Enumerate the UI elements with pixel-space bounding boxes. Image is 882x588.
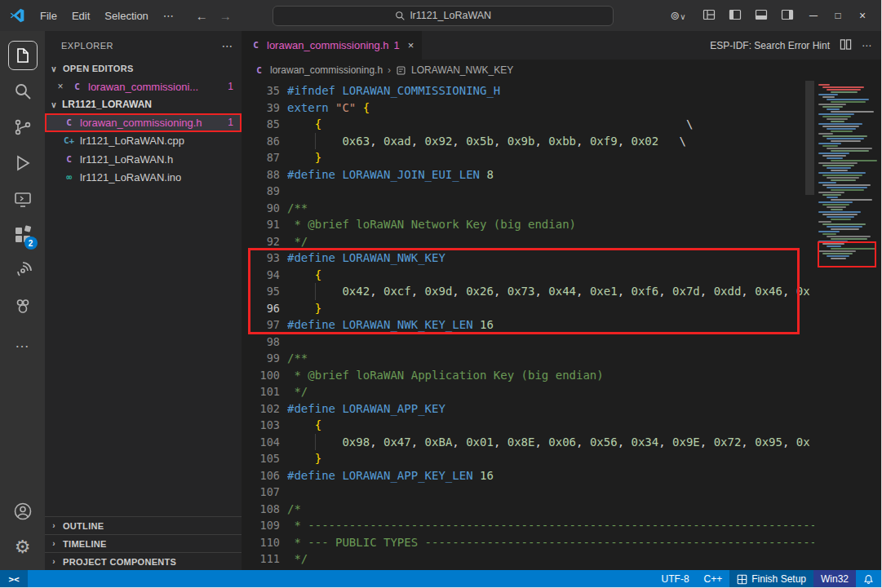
line-number: 95	[242, 283, 287, 300]
file-tree-item[interactable]: C+ lr1121_LoRaWAN.cpp	[45, 132, 242, 151]
more-actions-icon[interactable]: …	[5, 325, 41, 360]
code-line[interactable]: 35 #ifndef LORAWAN_COMMISSIONING_H	[242, 82, 881, 99]
section-outline[interactable]: ›OUTLINE	[45, 516, 242, 534]
notifications-bell-icon[interactable]	[856, 570, 881, 588]
esp-idf-icon[interactable]	[5, 253, 41, 289]
run-debug-icon[interactable]	[5, 145, 41, 181]
code-line[interactable]: 100 * @brief loRaWAN Application Key (bi…	[242, 367, 881, 384]
open-editors-header[interactable]: ∨ OPEN EDITORS	[45, 60, 242, 77]
code-line[interactable]: 95 0x42, 0xcf, 0x9d, 0x26, 0x73, 0x44, 0…	[242, 283, 881, 300]
code-line[interactable]: 104 0x98, 0x47, 0xBA, 0x01, 0x8E, 0x06, …	[242, 434, 881, 451]
workspace-folder-header[interactable]: ∨ LR1121_LORAWAN	[45, 95, 242, 113]
code-line[interactable]: 98	[242, 334, 881, 351]
line-content: * --- PUBLIC TYPES ---------------------…	[287, 534, 881, 551]
minimap[interactable]	[814, 81, 881, 570]
encoding-indicator[interactable]: UTF-8	[654, 570, 697, 588]
code-line[interactable]: 96 }	[242, 300, 881, 317]
editor-more-icon[interactable]: ⋯	[862, 40, 871, 51]
line-number: 107	[242, 484, 287, 501]
c-header-file-icon: C	[63, 154, 75, 165]
code-line[interactable]: 111 */	[242, 550, 881, 568]
line-content: */	[287, 383, 881, 400]
code-line[interactable]: 87 }	[242, 149, 881, 166]
code-line[interactable]: 88 #define LORAWAN_JOIN_EUI_LEN 8	[242, 166, 881, 183]
remote-indicator[interactable]: ><	[0, 570, 28, 588]
tab-lorawan-commissioning[interactable]: C lorawan_commissioning.h 1 ×	[242, 31, 423, 60]
extensions-icon[interactable]: 2	[5, 217, 41, 253]
code-line[interactable]: 39 extern "C" {	[242, 99, 881, 117]
code-line[interactable]: 89	[242, 183, 881, 200]
code-line[interactable]: 109 * ----------------------------------…	[242, 517, 881, 534]
language-indicator[interactable]: C++	[697, 570, 730, 588]
line-number: 35	[242, 82, 287, 99]
file-tree-item[interactable]: C lr1121_LoRaWAN.h	[45, 150, 242, 169]
split-editor-icon[interactable]	[840, 38, 852, 53]
toggle-panel-grid-icon[interactable]	[700, 8, 718, 24]
code-line[interactable]: 92 */	[242, 233, 881, 250]
code-line[interactable]: 86 0x63, 0xad, 0x92, 0x5b, 0x9b, 0xbb, 0…	[242, 133, 881, 150]
file-tree-item[interactable]: C lorawan_commissioning.h 1	[45, 113, 242, 132]
raspberry-pi-icon[interactable]	[5, 289, 41, 325]
explorer-icon[interactable]	[5, 38, 41, 73]
open-editor-item[interactable]: × C lorawan_commissioni... 1	[45, 77, 242, 95]
section-timeline[interactable]: ›TIMELINE	[45, 534, 242, 552]
breadcrumb-file[interactable]: lorawan_commissioning.h	[270, 64, 383, 76]
code-line[interactable]: 90 /**	[242, 200, 881, 217]
code-line[interactable]: 85 { \	[242, 116, 881, 133]
line-content: {	[287, 417, 881, 434]
code-line[interactable]: 103 {	[242, 417, 881, 434]
settings-gear-icon[interactable]: ⚙	[5, 529, 41, 565]
line-content: 0x63, 0xad, 0x92, 0x5b, 0x9b, 0xbb, 0xf9…	[287, 133, 881, 150]
toggle-bottom-panel-icon[interactable]	[752, 8, 770, 24]
code-line[interactable]: 101 */	[242, 383, 881, 400]
explorer-more-icon[interactable]: ⋯	[222, 39, 234, 52]
line-content: #define LORAWAN_APP_KEY	[287, 400, 881, 418]
code-line[interactable]: 99 /**	[242, 350, 881, 367]
breadcrumb-symbol[interactable]: LORAWAN_NWK_KEY	[411, 64, 513, 76]
file-tree-item[interactable]: ∞ lr1121_LoRaWAN.ino	[45, 169, 242, 188]
account-icon[interactable]	[5, 493, 41, 529]
line-number: 108	[242, 501, 287, 518]
menu-edit[interactable]: Edit	[64, 7, 97, 25]
scrollbar-thumb[interactable]	[805, 81, 814, 195]
code-line[interactable]: 91 * @brief loRaWAN Network Key (big end…	[242, 216, 881, 233]
finish-setup-button[interactable]: Finish Setup	[729, 570, 813, 588]
menu-overflow[interactable]: ⋯	[156, 7, 181, 25]
line-number: 39	[242, 99, 287, 117]
toggle-sidebar-icon[interactable]	[726, 8, 744, 24]
explorer-title: EXPLORER	[61, 41, 113, 51]
toggle-secondary-sidebar-icon[interactable]	[778, 8, 796, 24]
copilot-icon[interactable]: ⊚∨	[664, 9, 692, 22]
code-editor[interactable]: 35 #ifndef LORAWAN_COMMISSIONING_H 39 ex…	[242, 81, 881, 570]
section-project-components[interactable]: ›PROJECT COMPONENTS	[45, 552, 242, 570]
line-content	[287, 484, 881, 501]
line-number: 92	[242, 233, 287, 250]
source-control-icon[interactable]	[5, 109, 41, 145]
code-line[interactable]: 105 }	[242, 450, 881, 467]
minimize-button[interactable]: ─	[801, 6, 826, 25]
command-center-search[interactable]: lr1121_LoRaWAN	[273, 6, 614, 26]
close-button[interactable]: ×	[850, 6, 875, 25]
code-line[interactable]: 94 {	[242, 267, 881, 284]
code-line[interactable]: 106 #define LORAWAN_APP_KEY_LEN 16	[242, 467, 881, 484]
maximize-button[interactable]: □	[826, 7, 850, 24]
code-line[interactable]: 108 /*	[242, 501, 881, 518]
code-line[interactable]: 107	[242, 484, 881, 501]
menu-file[interactable]: File	[33, 7, 64, 25]
tab-close-icon[interactable]: ×	[408, 39, 414, 51]
nav-forward-icon[interactable]: →	[219, 9, 232, 23]
code-line[interactable]: 110 * --- PUBLIC TYPES -----------------…	[242, 534, 881, 551]
esp-idf-hint[interactable]: ESP-IDF: Search Error Hint	[710, 40, 830, 51]
remote-explorer-icon[interactable]	[5, 181, 41, 217]
minimap-annotation-box	[818, 241, 876, 267]
platform-indicator[interactable]: Win32	[813, 570, 856, 588]
search-sidebar-icon[interactable]	[5, 73, 41, 109]
code-line[interactable]: 97 #define LORAWAN_NWK_KEY_LEN 16	[242, 316, 881, 334]
menu-selection[interactable]: Selection	[97, 7, 155, 25]
activity-bar: 2 … ⚙	[0, 31, 45, 570]
nav-back-icon[interactable]: ←	[196, 9, 208, 23]
code-line[interactable]: 102 #define LORAWAN_APP_KEY	[242, 400, 881, 418]
code-line[interactable]: 93 #define LORAWAN_NWK_KEY	[242, 250, 881, 267]
close-editor-icon[interactable]: ×	[55, 81, 66, 92]
line-number: 87	[242, 149, 287, 166]
